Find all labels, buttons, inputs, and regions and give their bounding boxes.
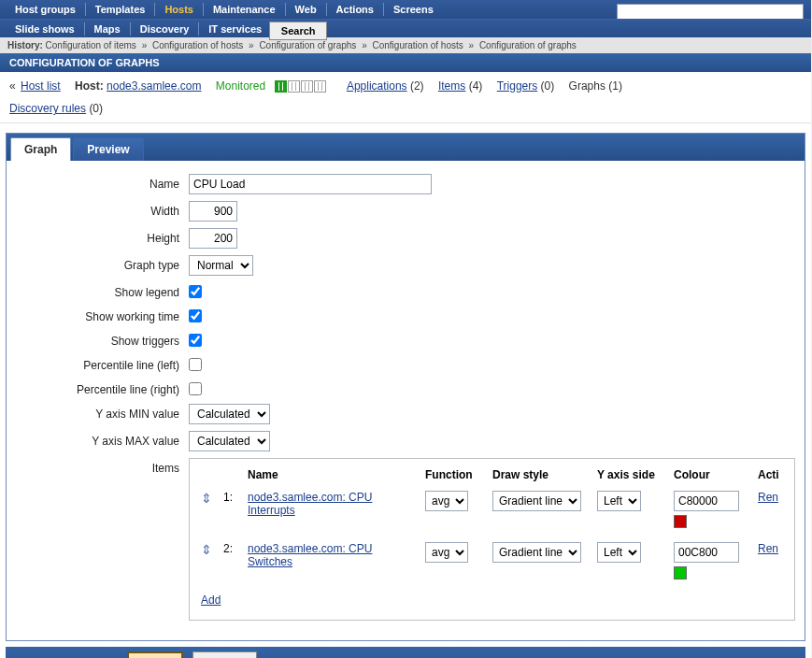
yaxis-select[interactable]: Left <box>597 542 641 563</box>
nav-maintenance[interactable]: Maintenance <box>206 1 283 18</box>
tabstrip: Graph Preview <box>7 134 805 161</box>
worktime-label: Show working time <box>16 307 189 323</box>
legend-label: Show legend <box>16 282 189 299</box>
nav-divider <box>154 3 155 16</box>
colour-swatch[interactable] <box>674 566 687 579</box>
nav-divider <box>203 3 204 16</box>
worktime-checkbox[interactable] <box>189 309 202 322</box>
host-status: Monitored <box>216 79 265 93</box>
history-item[interactable]: Configuration of hosts <box>152 40 243 50</box>
height-label: Height <box>16 228 189 245</box>
history-sep: » <box>469 40 475 50</box>
nav-discovery[interactable]: Discovery <box>133 21 197 37</box>
graphtype-select[interactable]: Normal <box>189 255 253 276</box>
history-item[interactable]: Configuration of graphs <box>479 40 577 50</box>
colour-input[interactable] <box>674 542 739 563</box>
items-link[interactable]: Items <box>438 79 465 93</box>
name-input[interactable] <box>189 174 432 194</box>
item-index: 1: <box>218 485 242 536</box>
yaxis-select[interactable]: Left <box>597 491 641 511</box>
nav-web[interactable]: Web <box>288 1 324 18</box>
triggers-link[interactable]: Triggers <box>497 79 538 93</box>
history-bar: History: Configuration of items » Config… <box>0 37 811 53</box>
drag-handle-icon[interactable]: ⇕ <box>201 542 212 557</box>
nav-slide-shows[interactable]: Slide shows <box>7 21 82 37</box>
legend-checkbox[interactable] <box>189 285 202 298</box>
ymax-label: Y axis MAX value <box>16 431 189 448</box>
nav-host-groups[interactable]: Host groups <box>7 1 83 18</box>
graph-form: Name Width Height Graph type Normal <box>7 161 805 640</box>
history-sep: » <box>142 40 148 50</box>
drawstyle-select[interactable]: Gradient line <box>492 491 581 511</box>
save-button[interactable]: Save <box>127 651 183 658</box>
percentile-right-label: Percentile line (right) <box>16 379 189 396</box>
item-name-link[interactable]: node3.samlee.com: CPU Switches <box>248 542 372 568</box>
items-label: Items <box>16 458 189 475</box>
host-name-link[interactable]: node3.samlee.com <box>107 79 201 93</box>
table-row: ⇕ 1: node3.samlee.com: CPU Interrupts av… <box>195 485 789 536</box>
table-row: ⇕ 2: node3.samlee.com: CPU Switches avg … <box>195 536 789 588</box>
height-input[interactable] <box>189 228 237 249</box>
ymax-select[interactable]: Calculated <box>189 431 270 451</box>
host-list-link[interactable]: Host list <box>21 79 61 93</box>
function-select[interactable]: avg <box>425 542 468 563</box>
colour-swatch[interactable] <box>674 515 687 528</box>
drawstyle-select[interactable]: Gradient line <box>492 542 581 563</box>
items-table: Name Function Draw style Y axis side Col… <box>189 458 795 621</box>
item-name-link[interactable]: node3.samlee.com: CPU Interrupts <box>248 491 372 517</box>
availability-icon <box>275 80 287 93</box>
percentile-left-label: Percentile line (left) <box>16 355 189 372</box>
triggers-checkbox[interactable] <box>189 334 202 347</box>
graphs-count: (1) <box>608 79 622 93</box>
col-name: Name <box>242 465 420 485</box>
availability-icon <box>301 80 313 93</box>
graphtype-label: Graph type <box>16 255 189 272</box>
col-action: Acti <box>752 465 789 485</box>
tab-graph[interactable]: Graph <box>10 137 71 161</box>
col-function: Function <box>420 465 487 485</box>
col-drawstyle: Draw style <box>487 465 591 485</box>
search-box <box>617 2 804 19</box>
applications-count: (2) <box>410 79 424 93</box>
remove-link[interactable]: Ren <box>758 542 778 555</box>
percentile-left-checkbox[interactable] <box>189 358 202 371</box>
nav-templates[interactable]: Templates <box>88 1 153 18</box>
nav-divider <box>198 22 199 36</box>
item-index: 2: <box>218 536 242 588</box>
width-input[interactable] <box>189 201 237 222</box>
tab-preview[interactable]: Preview <box>73 137 143 161</box>
history-item[interactable]: Configuration of items <box>46 40 136 50</box>
history-item[interactable]: Configuration of hosts <box>372 40 463 50</box>
history-item[interactable]: Configuration of graphs <box>259 40 356 50</box>
width-label: Width <box>16 201 189 218</box>
history-sep: » <box>249 40 254 50</box>
remove-link[interactable]: Ren <box>758 491 778 504</box>
add-item-link[interactable]: Add <box>201 594 221 607</box>
nav-actions[interactable]: Actions <box>329 1 381 18</box>
nav-screens[interactable]: Screens <box>386 1 441 18</box>
nav-divider <box>285 3 286 16</box>
applications-link[interactable]: Applications <box>347 79 407 93</box>
discovery-count: (0) <box>89 102 103 115</box>
search-button[interactable]: Search <box>269 21 327 40</box>
cancel-button[interactable]: Cancel <box>192 651 257 658</box>
nav-divider <box>85 3 86 16</box>
nav-hosts[interactable]: Hosts <box>157 1 201 18</box>
items-count: (4) <box>469 79 483 93</box>
graphs-label: Graphs <box>569 79 605 93</box>
drag-handle-icon[interactable]: ⇕ <box>201 491 212 506</box>
host-label: Host: <box>75 79 104 93</box>
hostlist-chevron-icon: « <box>9 79 16 93</box>
nav-it-services[interactable]: IT services <box>201 21 269 37</box>
availability-icon <box>314 80 326 93</box>
discovery-rules-link[interactable]: Discovery rules <box>9 102 86 115</box>
nav-maps[interactable]: Maps <box>87 21 128 37</box>
triggers-count: (0) <box>541 79 555 93</box>
colour-input[interactable] <box>674 491 739 511</box>
ymin-label: Y axis MIN value <box>16 404 189 421</box>
ymin-select[interactable]: Calculated <box>189 404 270 424</box>
function-select[interactable]: avg <box>425 491 468 511</box>
percentile-right-checkbox[interactable] <box>189 382 202 395</box>
name-label: Name <box>16 174 189 191</box>
nav-divider <box>130 22 131 36</box>
